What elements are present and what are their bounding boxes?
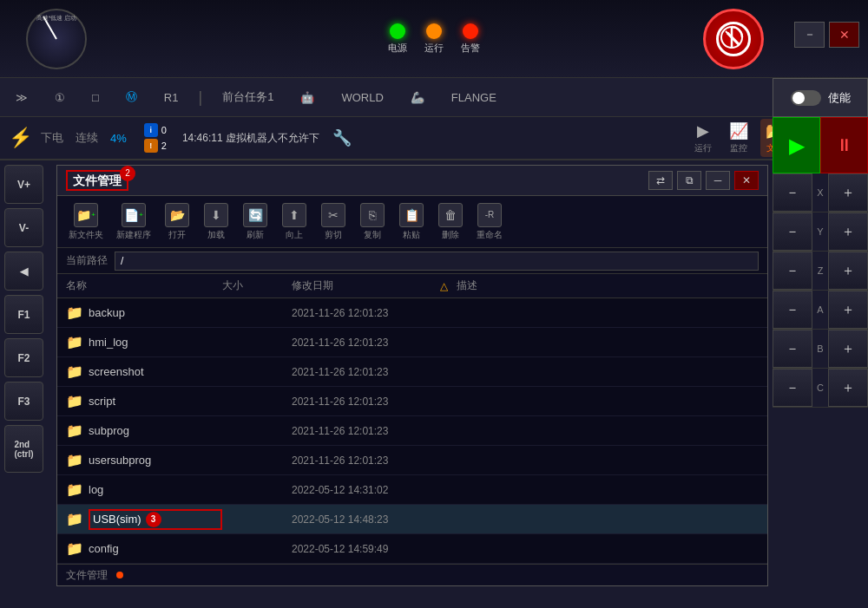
cut-label: 剪切 — [325, 229, 342, 241]
emergency-button[interactable] — [703, 9, 764, 69]
nav-world[interactable]: WORLD — [334, 88, 390, 108]
fm-status-text: 文件管理 — [66, 568, 108, 583]
power-indicator: 电源 — [388, 23, 407, 55]
table-row[interactable]: 📁subprog2021-11-26 12:01:23 — [57, 416, 767, 446]
alarm-dot — [463, 23, 478, 39]
toolbar-run-btn[interactable]: ▶ 运行 — [689, 119, 717, 157]
vminus-button[interactable]: V- — [4, 208, 43, 247]
table-row[interactable]: 📁hmi_log2021-11-26 12:01:23 — [57, 328, 767, 357]
close-button[interactable]: ✕ — [829, 22, 859, 48]
nav-item-m[interactable]: Ⓜ — [119, 86, 144, 108]
file-manager-window: 文件管理 2 ⇄ ⧉ ─ ✕ 📁+ 新文件夹 📄+ 新建程序 📂 打开 — [56, 165, 768, 586]
vplus-button[interactable]: V+ — [4, 165, 43, 204]
nav-world-icon[interactable]: 🦾 — [404, 88, 431, 108]
y-label: Y — [812, 226, 828, 237]
x-minus-button[interactable]: － — [773, 173, 812, 212]
fm-minimize-button[interactable]: ─ — [706, 171, 730, 190]
nav-item-r1[interactable]: R1 — [157, 88, 186, 108]
fm-file-list: 📁backup2021-11-26 12:01:23📁hmi_log2021-1… — [57, 298, 767, 564]
alert-item-1: i 0 — [144, 123, 167, 137]
fm-close-button[interactable]: ✕ — [734, 171, 759, 190]
f1-button[interactable]: F1 — [4, 295, 43, 334]
file-name: script — [89, 395, 222, 408]
new-program-icon: 📄+ — [122, 203, 146, 227]
refresh-button[interactable]: 🔄 刷新 — [238, 200, 273, 244]
up-button[interactable]: ⬆ 向上 — [277, 200, 312, 244]
file-date: 2022-05-12 14:31:02 — [292, 484, 431, 496]
x-label: X — [812, 187, 828, 198]
new-program-button[interactable]: 📄+ 新建程序 — [112, 200, 155, 244]
file-date: 2021-11-26 12:01:23 — [292, 307, 431, 319]
alert-message: 14:46:11 虚拟机器人不允许下 — [182, 131, 319, 146]
rename-icon: -R — [477, 203, 502, 227]
table-row[interactable]: 📁script2021-11-26 12:01:23 — [57, 387, 767, 416]
fm-toolbar: 📁+ 新文件夹 📄+ 新建程序 📂 打开 ⬇ 加载 🔄 刷新 ⬆ 向上 — [57, 196, 767, 248]
a-minus-button[interactable]: － — [773, 291, 812, 329]
fm-split-button[interactable]: ⧉ — [677, 171, 701, 190]
pause-button[interactable]: ⏸ — [820, 117, 868, 173]
c-minus-button[interactable]: － — [773, 369, 812, 407]
top-bar: 高速*低速 启动 电源 运行 告警 － ✕ — [0, 0, 868, 78]
y-minus-button[interactable]: － — [773, 212, 812, 251]
alert-badge-info: i — [144, 123, 158, 137]
paste-button[interactable]: 📋 粘贴 — [394, 200, 429, 244]
delete-button[interactable]: 🗑 删除 — [433, 200, 468, 244]
left-button[interactable]: ◀ — [4, 252, 43, 291]
open-label: 打开 — [168, 229, 186, 241]
paste-label: 粘贴 — [403, 229, 420, 241]
play-button[interactable]: ▶ — [773, 117, 820, 173]
nav-task-icon[interactable]: 🤖 — [293, 88, 321, 108]
z-plus-button[interactable]: ＋ — [828, 252, 868, 290]
fm-swap-button[interactable]: ⇄ — [648, 171, 673, 190]
folder-icon: 📁 — [66, 481, 83, 499]
run-label: 运行 — [694, 142, 712, 154]
refresh-label: 刷新 — [247, 229, 264, 241]
y-plus-button[interactable]: ＋ — [828, 212, 868, 251]
nav-separator-1: | — [198, 88, 202, 107]
table-row[interactable]: 📁usersubprog2021-11-26 12:01:23 — [57, 446, 767, 475]
f2-button[interactable]: F2 — [4, 338, 43, 377]
toolbar-monitor-btn[interactable]: 📈 监控 — [724, 119, 753, 157]
charge-label: 下电 — [41, 130, 63, 146]
z-minus-button[interactable]: － — [773, 252, 812, 290]
col-size: 大小 — [222, 278, 292, 293]
new-folder-label: 新文件夹 — [69, 229, 103, 241]
nav-flange[interactable]: FLANGE — [444, 88, 503, 108]
b-minus-button[interactable]: － — [773, 330, 812, 368]
run-dot — [426, 23, 442, 39]
c-axis-row: － C ＋ — [773, 369, 868, 408]
path-input[interactable] — [115, 252, 759, 271]
enable-toggle[interactable]: 使能 — [773, 78, 868, 117]
alert-count-2: 2 — [161, 141, 167, 151]
fm-title-container: 文件管理 2 — [66, 173, 128, 189]
load-button[interactable]: ⬇ 加载 — [199, 200, 233, 244]
c-plus-button[interactable]: ＋ — [828, 369, 868, 407]
file-name: USB(sim)3 — [89, 509, 222, 530]
nav-item-1[interactable]: ① — [48, 88, 72, 108]
table-row[interactable]: 📁backup2021-11-26 12:01:23 — [57, 298, 767, 328]
cut-button[interactable]: ✂ 剪切 — [316, 200, 351, 244]
nav-item-square[interactable]: □ — [85, 88, 106, 108]
new-folder-icon: 📁+ — [74, 203, 98, 227]
b-axis-row: － B ＋ — [773, 330, 868, 369]
minimize-button[interactable]: － — [794, 22, 825, 48]
copy-button[interactable]: ⎘ 复制 — [355, 200, 390, 244]
table-row[interactable]: 📁USB(sim)32022-05-12 14:48:23 — [57, 505, 767, 534]
b-plus-button[interactable]: ＋ — [828, 330, 868, 368]
f3-button[interactable]: F3 — [4, 382, 43, 421]
rename-button[interactable]: -R 重命名 — [472, 200, 507, 244]
nav-double-chevron[interactable]: ≫ — [9, 88, 35, 108]
main-content: 文件管理 2 ⇄ ⧉ ─ ✕ 📁+ 新文件夹 📄+ 新建程序 📂 打开 — [48, 160, 773, 608]
table-row[interactable]: 📁screenshot2021-11-26 12:01:23 — [57, 357, 767, 387]
table-row[interactable]: 📁log2022-05-12 14:31:02 — [57, 475, 767, 505]
new-folder-button[interactable]: 📁+ 新文件夹 — [64, 200, 108, 244]
open-button[interactable]: 📂 打开 — [160, 200, 194, 244]
toggle-knob — [791, 90, 821, 106]
x-plus-button[interactable]: ＋ — [828, 173, 868, 212]
a-plus-button[interactable]: ＋ — [828, 291, 868, 329]
fm-status-indicator — [116, 572, 123, 579]
nav-task[interactable]: 前台任务1 — [215, 86, 280, 108]
second-bar: ≫ ① □ Ⓜ R1 | 前台任务1 🤖 WORLD 🦾 FLANGE 15:0… — [0, 78, 868, 117]
second-ctrl-button[interactable]: 2nd(ctrl) — [4, 425, 43, 473]
table-row[interactable]: 📁config2022-05-12 14:59:49 — [57, 534, 767, 564]
